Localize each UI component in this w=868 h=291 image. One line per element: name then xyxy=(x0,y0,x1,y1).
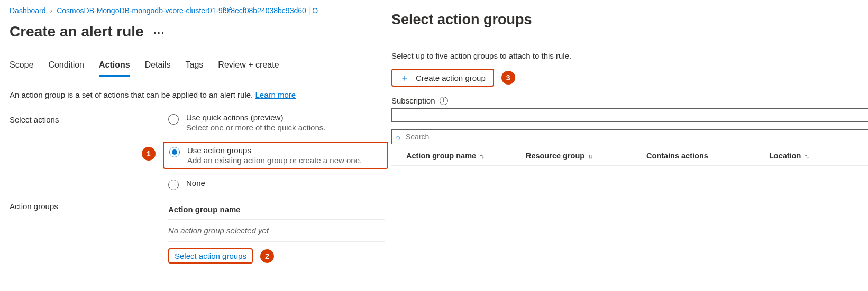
radio-quick-sub: Select one or more of the quick actions. xyxy=(186,123,325,132)
actions-description: An action group is a set of actions that… xyxy=(10,90,381,99)
action-groups-label: Action groups xyxy=(10,200,168,211)
radio-none[interactable]: None xyxy=(168,179,385,190)
sort-icon: ↑↓ xyxy=(479,152,483,160)
callout-badge-2: 2 xyxy=(260,249,274,263)
subscription-label: Subscription i xyxy=(391,96,448,105)
action-group-name-header: Action group name xyxy=(168,205,385,220)
tab-condition[interactable]: Condition xyxy=(48,58,84,77)
select-action-groups-link[interactable]: Select action groups xyxy=(175,251,246,260)
radio-quick-label: Use quick actions (preview) xyxy=(186,113,325,122)
callout-badge-3: 3 xyxy=(501,71,515,85)
more-button[interactable]: ··· xyxy=(153,27,166,39)
search-box[interactable]: ⌕ xyxy=(391,129,868,144)
search-input[interactable] xyxy=(405,132,864,142)
tab-details[interactable]: Details xyxy=(145,58,171,77)
subscription-dropdown[interactable] xyxy=(391,108,868,122)
breadcrumb-resource[interactable]: CosmosDB-MongoDB-mongodb-vcore-cluster01… xyxy=(57,6,318,15)
tab-actions[interactable]: Actions xyxy=(99,58,130,77)
col-resource-group[interactable]: Resource group ↑↓ xyxy=(526,152,646,160)
page-title: Create an alert rule xyxy=(10,23,144,40)
select-actions-label: Select actions xyxy=(10,113,168,124)
search-icon: ⌕ xyxy=(396,133,400,141)
plus-icon: ＋ xyxy=(400,73,409,82)
action-group-empty: No action group selected yet xyxy=(168,220,385,242)
col-location[interactable]: Location ↑↓ xyxy=(769,152,854,160)
select-action-groups-button[interactable]: Select action groups xyxy=(168,248,253,264)
radio-icon xyxy=(168,180,179,190)
col-action-group-name[interactable]: Action group name ↑↓ xyxy=(406,152,526,160)
sort-icon: ↑↓ xyxy=(588,152,591,160)
sort-icon: ↑↓ xyxy=(804,152,808,160)
table-header: Action group name ↑↓ Resource group ↑↓ C… xyxy=(391,144,868,166)
tab-scope[interactable]: Scope xyxy=(10,58,33,77)
col-contains-actions[interactable]: Contains actions xyxy=(646,152,769,160)
tab-tags[interactable]: Tags xyxy=(186,58,204,77)
radio-icon xyxy=(168,114,179,125)
radio-action-groups[interactable]: Use action groups Add an existing action… xyxy=(163,142,388,169)
create-action-group-label: Create action group xyxy=(416,73,486,82)
panel-subtitle: Select up to five action groups to attac… xyxy=(391,51,868,60)
radio-groups-label: Use action groups xyxy=(187,146,362,155)
tabs: Scope Condition Actions Details Tags Rev… xyxy=(10,58,381,77)
radio-quick-actions[interactable]: Use quick actions (preview) Select one o… xyxy=(168,113,385,132)
radio-none-label: None xyxy=(186,179,205,187)
breadcrumb-home[interactable]: Dashboard xyxy=(10,6,46,15)
panel-title: Select action groups xyxy=(391,12,868,28)
radio-groups-sub: Add an existing action group or create a… xyxy=(187,156,362,165)
chevron-right-icon: › xyxy=(50,6,53,15)
breadcrumb: Dashboard › CosmosDB-MongoDB-mongodb-vco… xyxy=(10,6,381,15)
tab-review[interactable]: Review + create xyxy=(218,58,279,77)
radio-icon xyxy=(169,147,180,157)
info-icon[interactable]: i xyxy=(440,97,448,105)
create-action-group-button[interactable]: ＋ Create action group xyxy=(391,69,494,87)
learn-more-link[interactable]: Learn more xyxy=(255,90,296,99)
callout-badge-1: 1 xyxy=(142,147,156,161)
